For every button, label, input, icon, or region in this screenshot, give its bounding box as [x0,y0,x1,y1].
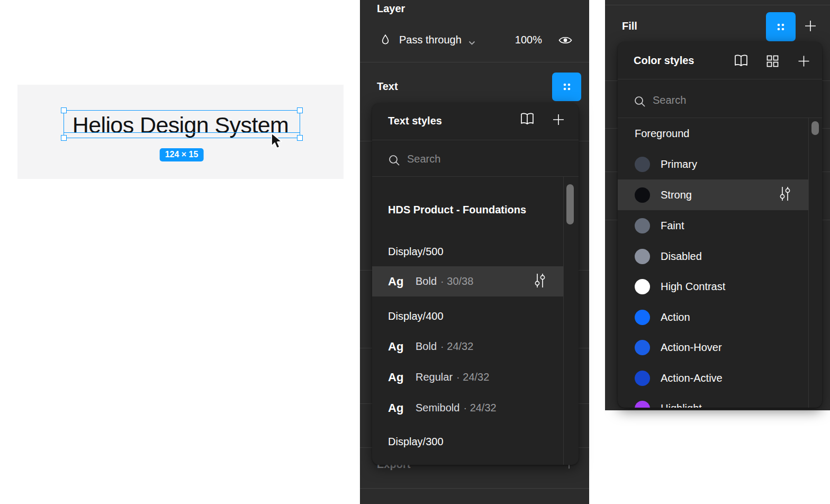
library-header: HDS Product - Foundations [372,195,563,225]
text-style-option[interactable]: Ag Bold · 24/32 [372,331,563,362]
add-color-style-plus-icon[interactable] [797,54,811,70]
color-swatch [635,279,650,294]
text-style-option[interactable]: Ag Semibold · 24/32 [372,393,563,423]
color-style-option[interactable]: Faint [618,210,808,241]
color-swatch [635,249,650,264]
blend-mode-droplet-icon [379,33,392,48]
open-book-icon[interactable] [733,54,749,70]
text-style-option[interactable]: Ag Bold · 30/38 [372,266,563,296]
open-book-icon[interactable] [519,112,535,128]
text-style-applied-button[interactable] [552,73,581,101]
selection-handle[interactable] [297,135,303,141]
color-swatch [635,371,650,386]
style-sample: Ag [388,275,416,289]
sliders-icon[interactable] [534,272,546,291]
sliders-icon[interactable] [779,185,791,204]
style-group-header: Display/500 [372,237,563,267]
section-divider [360,62,589,62]
magnifier-icon [634,95,646,110]
add-fill-plus-icon[interactable] [804,19,817,35]
cursor-arrow-icon [270,132,286,152]
canvas-area[interactable]: Helios Design System 124 × 15 [0,0,360,504]
color-style-option[interactable]: Strong [618,179,808,210]
text-section-title: Text [377,80,398,93]
color-swatch [635,157,650,172]
color-style-option[interactable]: Disabled [618,241,808,272]
color-group-header: Foreground [618,118,808,149]
section-divider [360,488,589,489]
opacity-input[interactable]: 100% [513,34,542,46]
scrollbar-track [808,118,809,408]
layer-section-title: Layer [377,3,405,15]
selection-handle[interactable] [61,107,67,113]
style-sample: Ag [388,401,416,415]
scrollbar-track [563,177,564,465]
selection-handle[interactable] [297,107,303,113]
dimensions-badge: 124 × 15 [160,148,204,161]
color-styles-popup: Color styles [618,42,822,408]
grid-view-icon[interactable] [765,54,780,70]
color-swatch [635,401,650,408]
color-swatch [635,218,650,233]
style-group-header: Display/400 [372,301,563,331]
text-styles-popup-title: Text styles [388,115,442,127]
selection-handle[interactable] [61,135,67,141]
magnifier-icon [388,154,401,169]
color-style-option[interactable]: Action-Hover [618,332,808,363]
chevron-down-icon [468,38,476,48]
color-styles-list: Foreground Primary Strong [618,118,822,408]
color-style-option[interactable]: High Contrast [618,271,808,302]
color-style-option[interactable]: Action [618,302,808,332]
text-baseline-guide [64,132,300,133]
fill-panel: Fill Color styles [605,0,830,410]
scrollbar-thumb[interactable] [566,184,574,224]
popup-divider [618,79,822,79]
style-sample: Ag [388,371,416,384]
text-style-option[interactable]: Ag Regular · 24/32 [372,362,563,392]
color-swatch [635,187,650,203]
color-styles-search-input[interactable] [652,94,781,107]
section-divider [605,5,830,5]
text-styles-list: HDS Product - Foundations Display/500 Ag… [372,177,579,465]
color-style-option[interactable]: Highlight [618,393,808,408]
visibility-eye-icon[interactable] [558,34,573,48]
properties-panel: Layer Pass through 100% Text Export [360,0,589,504]
fill-style-applied-button[interactable] [766,12,796,41]
style-group-header: Display/300 [372,427,563,457]
text-styles-popup: Text styles HDS Product - Found [372,103,579,465]
text-styles-search-input[interactable] [406,152,535,166]
add-text-style-plus-icon[interactable] [551,112,566,129]
scrollbar-thumb[interactable] [811,121,819,135]
four-dots-icon [560,80,574,94]
selection-bounding-box [64,110,300,138]
color-style-option[interactable]: Primary [618,149,808,179]
blend-mode-select[interactable]: Pass through [399,34,462,46]
color-swatch [635,310,650,325]
popup-divider [372,140,579,140]
color-swatch [635,340,650,355]
color-styles-popup-title: Color styles [634,55,694,67]
four-dots-icon [774,20,788,34]
color-style-option[interactable]: Action-Active [618,363,808,393]
style-sample: Ag [388,340,416,354]
fill-section-title: Fill [622,20,637,32]
